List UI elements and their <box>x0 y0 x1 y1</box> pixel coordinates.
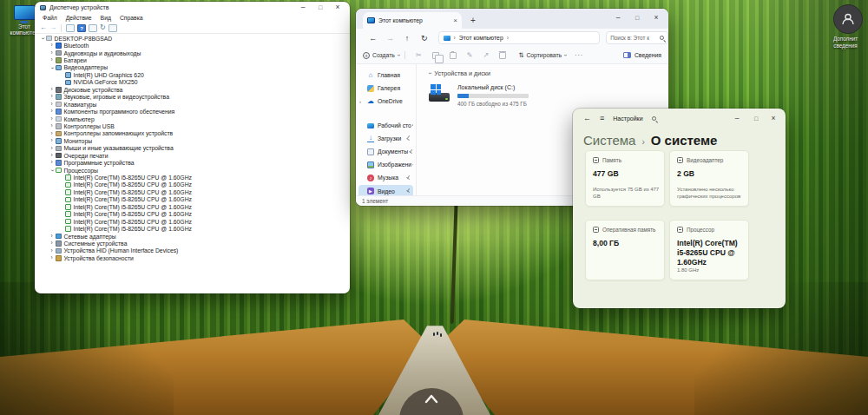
tree-expander-icon[interactable]: › <box>49 57 55 63</box>
tab-close-icon[interactable]: × <box>453 16 457 24</box>
tree-expander-icon[interactable]: › <box>49 255 55 261</box>
sort-button[interactable]: ⇅ Сортировать › <box>518 51 566 59</box>
explorer-tabbar[interactable]: Этот компьютер × + – □ × <box>356 9 668 29</box>
tree-expander-icon[interactable]: › <box>49 87 55 93</box>
maximize-button[interactable]: □ <box>628 12 646 23</box>
tree-row[interactable]: ›Системные устройства <box>36 240 348 247</box>
search-icon[interactable] <box>660 36 664 40</box>
tree-expander-icon[interactable]: › <box>49 168 55 174</box>
tree-expander-icon[interactable]: › <box>49 146 55 152</box>
dm-menu-item[interactable]: Вид <box>96 15 115 21</box>
up-icon[interactable]: ↑ <box>398 34 416 43</box>
help-icon[interactable]: ? <box>77 24 86 32</box>
tree-expander-icon[interactable]: › <box>39 36 45 42</box>
tree-row[interactable]: ›Intel(R) Core(TM) i5-8265U CPU @ 1.60GH… <box>36 203 348 210</box>
tree-expander-icon[interactable]: › <box>49 123 55 129</box>
computer-scan-icon[interactable] <box>108 24 117 32</box>
properties-icon[interactable] <box>66 24 75 32</box>
close-button[interactable]: × <box>329 2 346 13</box>
cut-icon[interactable]: ✂ <box>416 51 422 59</box>
tree-row[interactable]: ›Батареи <box>36 56 348 63</box>
tree-expander-icon[interactable]: › <box>49 109 55 115</box>
tree-expander-icon[interactable]: › <box>49 64 55 70</box>
minimize-button[interactable]: – <box>728 113 746 124</box>
tree-row[interactable]: ›Контроллеры USB <box>36 122 348 129</box>
minimize-button[interactable]: – <box>609 12 627 23</box>
back-icon[interactable]: ← <box>583 114 591 122</box>
sidebar-item-gallery[interactable]: Галерея <box>358 82 413 95</box>
tree-row[interactable]: ›DESKTOP-P8BGSAD <box>36 35 348 42</box>
tree-row[interactable]: ›Контроллеры запоминающих устройств <box>36 130 348 137</box>
forward-icon[interactable]: → <box>382 34 399 43</box>
tree-row[interactable]: ›Очереди печати <box>36 152 348 159</box>
refresh-icon[interactable]: ↻ <box>416 34 433 43</box>
tree-row[interactable]: ›Процессоры <box>36 167 348 174</box>
back-icon[interactable]: ← <box>365 34 382 43</box>
create-button[interactable]: Создать <box>372 52 395 58</box>
dm-menu-item[interactable]: Файл <box>38 15 62 21</box>
sidebar-item-pictures[interactable]: Изображени <box>358 158 413 171</box>
list-icon[interactable] <box>89 24 97 32</box>
tree-expander-icon[interactable]: › <box>49 94 55 100</box>
tree-row[interactable]: ›Программные устройства <box>36 159 348 166</box>
chevron-right-icon[interactable]: › <box>359 99 361 104</box>
tree-row[interactable]: ›Сетевые адаптеры <box>36 233 348 240</box>
tree-row[interactable]: ›Bluetooth <box>36 42 348 49</box>
delete-icon[interactable] <box>499 52 506 59</box>
copy-icon[interactable] <box>432 52 439 59</box>
sidebar-item-onedrive[interactable]: ›☁OneDrive <box>358 95 413 108</box>
tree-row[interactable]: ›Intel(R) UHD Graphics 620 <box>36 71 348 78</box>
tree-row[interactable]: ›Intel(R) Core(TM) i5-8265U CPU @ 1.60GH… <box>36 211 348 218</box>
sidebar-item-documents[interactable]: Документы <box>358 145 413 158</box>
scan-hardware-icon[interactable]: ↻ <box>100 24 106 31</box>
tree-row[interactable]: ›Компоненты программного обеспечения <box>36 108 348 115</box>
drive-item-c[interactable]: Локальный диск (C:) 400 ГБ свободно из 4… <box>429 84 668 107</box>
breadcrumb-system[interactable]: Система <box>583 133 635 148</box>
address-crumb[interactable]: Этот компьютер <box>459 35 503 41</box>
tree-expander-icon[interactable]: › <box>49 138 55 144</box>
tree-row[interactable]: ›Intel(R) Core(TM) i5-8265U CPU @ 1.60GH… <box>36 196 348 203</box>
close-button[interactable]: × <box>648 12 665 23</box>
menu-icon[interactable]: ≡ <box>600 114 604 122</box>
forward-icon[interactable]: → <box>49 24 56 31</box>
tree-expander-icon[interactable]: › <box>49 160 55 166</box>
close-button[interactable]: × <box>765 113 782 124</box>
details-pane-button[interactable]: Сведения <box>623 52 661 58</box>
tree-row[interactable]: ›Устройства безопасности <box>36 254 348 261</box>
search-icon[interactable] <box>652 116 656 121</box>
more-options-icon[interactable]: ··· <box>575 52 583 58</box>
tree-row[interactable]: ›Видеоадаптеры <box>36 64 348 71</box>
tree-row[interactable]: ›Звуковые, игровые и видеоустройства <box>36 94 348 101</box>
tree-row[interactable]: ›NVIDIA GeForce MX250 <box>36 79 348 86</box>
sidebar-item-home[interactable]: ⌂Главная <box>358 69 413 82</box>
rename-icon[interactable]: ✎ <box>467 51 473 59</box>
maximize-button[interactable]: □ <box>312 2 329 13</box>
tree-row[interactable]: ›Intel(R) Core(TM) i5-8265U CPU @ 1.60GH… <box>36 218 348 225</box>
tree-expander-icon[interactable]: › <box>49 153 55 159</box>
tree-expander-icon[interactable]: › <box>49 240 55 247</box>
tree-row[interactable]: ›Устройства HID (Human Interface Devices… <box>36 247 348 254</box>
maximize-button[interactable]: □ <box>747 113 765 124</box>
tree-row[interactable]: ›Intel(R) Core(TM) i5-8265U CPU @ 1.60GH… <box>36 225 348 232</box>
dm-menu-item[interactable]: Действие <box>62 15 96 21</box>
new-tab-button[interactable]: + <box>470 12 476 29</box>
tree-row[interactable]: ›Мыши и иные указывающие устройства <box>36 145 348 152</box>
tree-expander-icon[interactable]: › <box>49 102 55 108</box>
sidebar-item-music[interactable]: ♪Музыка <box>358 171 413 184</box>
tree-row[interactable]: ›Intel(R) Core(TM) i5-8265U CPU @ 1.60GH… <box>36 181 348 188</box>
profile-button[interactable] <box>833 4 863 34</box>
search-input[interactable]: Поиск в: Этот к <box>606 31 668 44</box>
back-icon[interactable]: ← <box>40 24 47 31</box>
device-manager-titlebar[interactable]: Диспетчер устройств – □ × <box>35 2 350 13</box>
tree-row[interactable]: ›Intel(R) Core(TM) i5-8265U CPU @ 1.60GH… <box>36 174 348 181</box>
tree-expander-icon[interactable]: › <box>49 116 55 122</box>
settings-titlebar[interactable]: ← ≡ Настройки – □ × <box>573 109 786 128</box>
share-icon[interactable]: ↗ <box>483 51 489 59</box>
tree-expander-icon[interactable]: › <box>49 43 55 49</box>
tree-expander-icon[interactable]: › <box>49 248 55 254</box>
tree-expander-icon[interactable]: › <box>49 131 55 137</box>
paste-icon[interactable] <box>450 52 457 59</box>
tree-row[interactable]: ›Дисковые устройства <box>36 86 348 93</box>
tree-row[interactable]: ›Аудиовходы и аудиовыходы <box>36 49 348 56</box>
tree-expander-icon[interactable]: › <box>49 50 55 56</box>
